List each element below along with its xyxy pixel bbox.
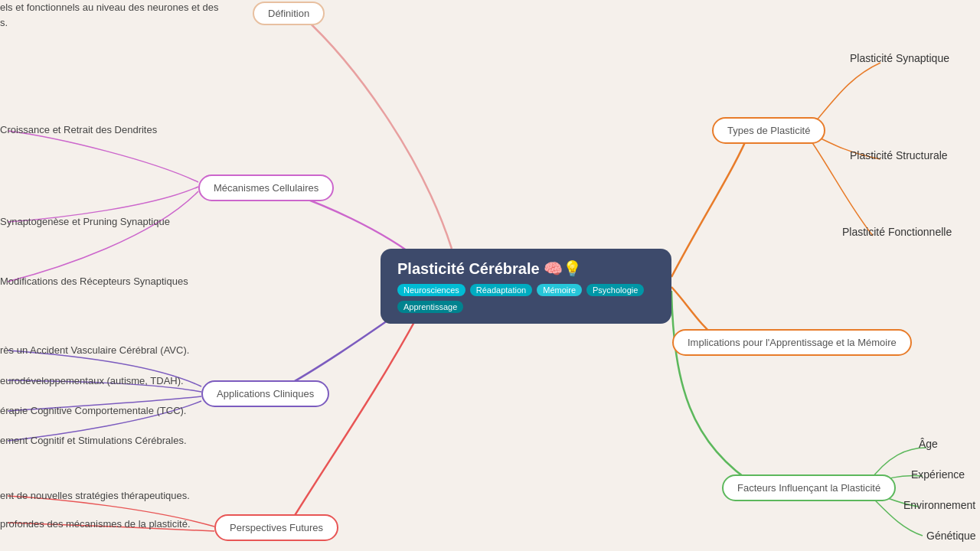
node-types-plasticite[interactable]: Types de Plasticité (712, 117, 825, 144)
node-modifications: Modifications des Récepteurs Synaptiques (0, 276, 188, 287)
node-perspectives-futures[interactable]: Perspectives Futures (214, 514, 338, 541)
node-croissance: Croissance et Retrait des Dendrites (0, 124, 157, 135)
node-plasticite-fonctionnelle: Plasticité Fonctionnelle (842, 226, 952, 238)
node-implications[interactable]: Implications pour l'Apprentissage et la … (672, 329, 912, 356)
node-plasticite-synaptique: Plasticité Synaptique (850, 52, 949, 64)
center-title: Plasticité Cérébrale 🧠💡 (397, 259, 655, 278)
tag-readaptation[interactable]: Réadaptation (470, 284, 532, 296)
node-definition[interactable]: Définition (253, 2, 325, 25)
tag-neurosciences[interactable]: Neurosciences (397, 284, 466, 296)
node-strategies: ent de nouvelles stratégies thérapeutiqu… (0, 490, 190, 501)
node-synaptogenese: Synaptogenèse et Pruning Synaptique (0, 216, 170, 227)
node-plasticite-structurale: Plasticité Structurale (850, 149, 948, 161)
center-node[interactable]: Plasticité Cérébrale 🧠💡 Neurosciences Ré… (381, 249, 671, 324)
node-applications-cliniques[interactable]: Applications Cliniques (201, 380, 329, 407)
tag-apprentissage[interactable]: Apprentissage (397, 301, 463, 313)
node-top-left-text: els et fonctionnels au niveau des neuron… (0, 0, 230, 30)
node-avc: rès un Accident Vasculaire Cérébral (AVC… (0, 344, 189, 356)
node-entrainement: ement Cognitif et Stimulations Cérébrale… (0, 435, 187, 446)
node-mecanismes-cellulaires[interactable]: Mécanismes Cellulaires (198, 174, 334, 201)
node-facteurs[interactable]: Facteurs Influençant la Plasticité (722, 474, 896, 501)
center-tags: Neurosciences Réadaptation Mémoire Psych… (397, 284, 655, 313)
node-neurodeveloppement: eurodéveloppementaux (autisme, TDAH). (0, 375, 184, 386)
node-genetique: Génétique (926, 530, 976, 542)
node-environnement: Environnement (903, 499, 975, 511)
node-mecanismes-prof: profondes des mécanismes de la plasticit… (0, 518, 191, 530)
node-age: Âge (919, 438, 938, 450)
node-tcc: érapie Cognitive Comportementale (TCC). (0, 405, 186, 416)
tag-psychologie[interactable]: Psychologie (586, 284, 644, 296)
node-experience: Expérience (911, 468, 965, 481)
tag-memoire[interactable]: Mémoire (537, 284, 582, 296)
